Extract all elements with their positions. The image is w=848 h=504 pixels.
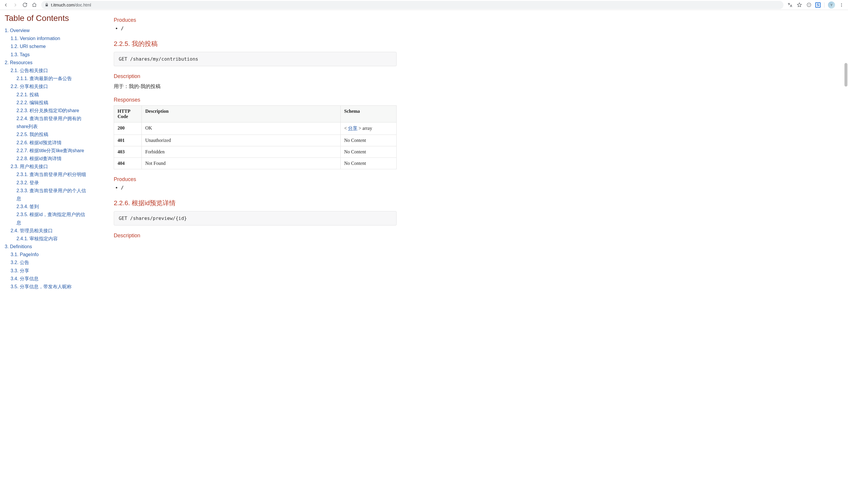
responses-heading-225: Responses bbox=[114, 97, 397, 103]
lock-icon bbox=[45, 3, 49, 7]
page-scrollbar-thumb[interactable] bbox=[845, 63, 847, 87]
cell-schema: No Content bbox=[341, 135, 397, 146]
toc-link[interactable]: 2.2.2. 编辑投稿 bbox=[17, 100, 48, 105]
toc-link[interactable]: 1. Overview bbox=[5, 28, 30, 33]
toc-link[interactable]: 1.3. Tags bbox=[11, 52, 30, 57]
toc-link[interactable]: 2.2.5. 我的投稿 bbox=[17, 132, 48, 137]
section-226-heading: 2.2.6. 根据id预览详情 bbox=[114, 199, 397, 208]
th-schema: Schema bbox=[341, 106, 397, 123]
toc-link[interactable]: 2.3. 用户相关接口 bbox=[11, 164, 48, 169]
produces-item-225: / bbox=[121, 185, 397, 191]
th-http-code: HTTP Code bbox=[114, 106, 142, 123]
menu-icon[interactable] bbox=[838, 2, 845, 8]
table-row: 404Not FoundNo Content bbox=[114, 158, 397, 169]
svg-point-3 bbox=[841, 4, 842, 5]
toc-link[interactable]: 2.1. 公告相关接口 bbox=[11, 68, 48, 73]
th-description: Description bbox=[142, 106, 341, 123]
circle-icon[interactable] bbox=[806, 2, 812, 8]
produces-heading-225: Produces bbox=[114, 176, 397, 182]
toc-nav: 1. Overview1.1. Version information1.2. … bbox=[5, 26, 88, 291]
produces-list-225: / bbox=[114, 185, 397, 191]
toc-link[interactable]: 3.1. PageInfo bbox=[11, 252, 39, 257]
reload-button[interactable] bbox=[21, 1, 28, 8]
toc-link[interactable]: 1.1. Version information bbox=[11, 36, 60, 41]
toc-link[interactable]: 2.4. 管理员相关接口 bbox=[11, 228, 53, 233]
table-row: 200OK< 分享 > array bbox=[114, 123, 397, 135]
cell-description: Not Found bbox=[142, 158, 341, 169]
endpoint-code-225: GET /shares/my/contributions bbox=[114, 52, 397, 66]
responses-table: HTTP Code Description Schema 200OK< 分享 >… bbox=[114, 105, 397, 169]
table-row: 403ForbiddenNo Content bbox=[114, 146, 397, 158]
address-bar[interactable]: t.itmuch.com/doc.html bbox=[41, 1, 783, 9]
toc-link[interactable]: 2.2. 分享相关接口 bbox=[11, 84, 48, 89]
svg-point-1 bbox=[809, 5, 809, 5]
toc-link[interactable]: 2.2.7. 根据title分页like查询share bbox=[17, 148, 84, 153]
forward-button[interactable] bbox=[12, 1, 19, 8]
cell-http-code: 403 bbox=[114, 146, 142, 158]
produces-item: / bbox=[121, 25, 397, 31]
section-225-heading: 2.2.5. 我的投稿 bbox=[114, 39, 397, 48]
svg-point-2 bbox=[841, 3, 842, 4]
description-heading-225: Description bbox=[114, 73, 397, 79]
cell-schema: No Content bbox=[341, 146, 397, 158]
extension-s-icon[interactable]: S bbox=[815, 2, 820, 8]
main-content[interactable]: Produces / 2.2.5. 我的投稿 GET /shares/my/co… bbox=[92, 10, 848, 504]
toc-link[interactable]: 2.3.5. 根据id，查询指定用户的信息 bbox=[17, 212, 85, 225]
toc-link[interactable]: 2.2.4. 查询当前登录用户拥有的share列表 bbox=[17, 116, 81, 129]
toc-link[interactable]: 3.3. 分享 bbox=[11, 268, 29, 273]
extension-icons: S Y bbox=[787, 1, 846, 8]
cell-description: Unauthorized bbox=[142, 135, 341, 146]
schema-link[interactable]: 分享 bbox=[348, 126, 358, 131]
toc-link[interactable]: 2.2.6. 根据id预览详情 bbox=[17, 140, 62, 145]
toc-link[interactable]: 2. Resources bbox=[5, 60, 32, 65]
toc-link[interactable]: 2.2.8. 根据id查询详情 bbox=[17, 156, 62, 161]
cell-http-code: 404 bbox=[114, 158, 142, 169]
home-button[interactable] bbox=[31, 1, 38, 8]
svg-point-4 bbox=[841, 6, 842, 7]
cell-http-code: 200 bbox=[114, 123, 142, 135]
toc-link[interactable]: 2.4.1. 审核指定内容 bbox=[17, 236, 58, 241]
cell-schema: No Content bbox=[341, 158, 397, 169]
description-heading-226: Description bbox=[114, 233, 397, 239]
back-button[interactable] bbox=[2, 1, 10, 8]
browser-toolbar: t.itmuch.com/doc.html S Y bbox=[0, 0, 848, 10]
bookmark-star-icon[interactable] bbox=[796, 2, 802, 8]
toc-link[interactable]: 3.2. 公告 bbox=[11, 260, 29, 265]
endpoint-code-226: GET /shares/preview/{id} bbox=[114, 211, 397, 226]
toc-link[interactable]: 2.3.3. 查询当前登录用户的个人信息 bbox=[17, 188, 86, 201]
toc-link[interactable]: 3. Definitions bbox=[5, 244, 32, 249]
cell-description: Forbidden bbox=[142, 146, 341, 158]
toc-link[interactable]: 2.2.3. 积分兑换指定ID的share bbox=[17, 108, 79, 113]
toc-link[interactable]: 3.5. 分享信息，带发布人昵称 bbox=[11, 284, 72, 289]
cell-schema: < 分享 > array bbox=[341, 123, 397, 135]
toc-link[interactable]: 2.3.2. 登录 bbox=[17, 180, 39, 185]
produces-list: / bbox=[114, 25, 397, 31]
toc-link[interactable]: 2.2.1. 投稿 bbox=[17, 92, 39, 97]
cell-http-code: 401 bbox=[114, 135, 142, 146]
toc-title: Table of Contents bbox=[5, 14, 88, 23]
divider bbox=[824, 2, 825, 8]
description-text-225: 用于：我的-我的投稿 bbox=[114, 83, 397, 90]
toc-link[interactable]: 3.4. 分享信息 bbox=[11, 276, 39, 281]
translate-icon[interactable] bbox=[787, 2, 793, 8]
cell-description: OK bbox=[142, 123, 341, 135]
toc-link[interactable]: 2.3.4. 签到 bbox=[17, 204, 39, 209]
url-text: t.itmuch.com/doc.html bbox=[51, 3, 91, 7]
toc-link[interactable]: 2.1.1. 查询最新的一条公告 bbox=[17, 76, 72, 81]
toc-link[interactable]: 1.2. URI scheme bbox=[11, 44, 46, 49]
profile-avatar[interactable]: Y bbox=[828, 1, 835, 8]
toc-sidebar[interactable]: Table of Contents 1. Overview1.1. Versio… bbox=[0, 10, 92, 504]
table-row: 401UnauthorizedNo Content bbox=[114, 135, 397, 146]
toc-link[interactable]: 2.3.1. 查询当前登录用户积分明细 bbox=[17, 172, 86, 177]
section-produces-heading: Produces bbox=[114, 17, 397, 23]
